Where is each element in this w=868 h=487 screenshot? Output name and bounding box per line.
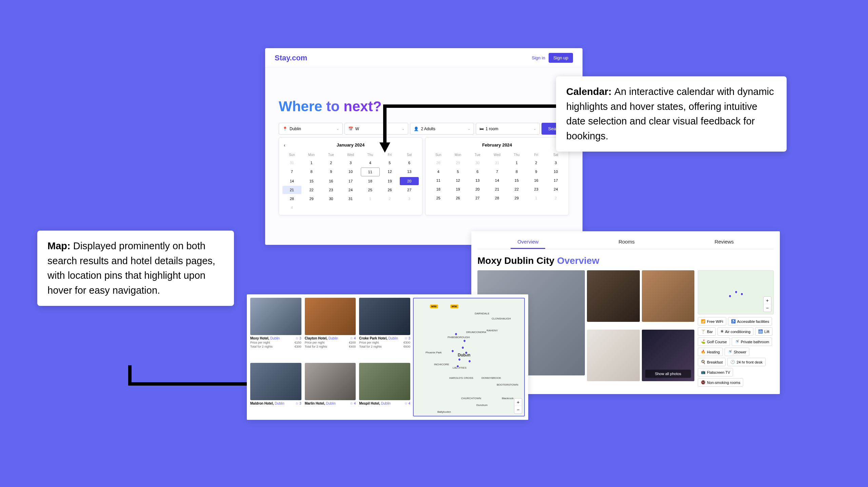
map-pin[interactable] — [457, 357, 462, 362]
show-all-photos-button[interactable]: Show all photos — [645, 370, 691, 378]
calendar-day[interactable]: 16 — [527, 176, 546, 184]
calendar-day[interactable]: 2 — [527, 159, 546, 167]
tab-reviews[interactable]: Reviews — [708, 235, 741, 249]
map-pin[interactable] — [460, 345, 465, 350]
calendar-day[interactable]: 14 — [282, 177, 301, 185]
calendar-day[interactable]: 26 — [380, 186, 399, 194]
calendar-day[interactable]: 18 — [429, 185, 448, 193]
mini-map[interactable]: + − — [698, 270, 774, 314]
hotel-card[interactable]: Moxy Hotel, Dublin☆ 3Price per night€150… — [250, 298, 301, 359]
zoom-out-button[interactable]: − — [764, 304, 771, 312]
calendar-day[interactable]: 21 — [282, 186, 301, 194]
calendar-day[interactable]: 27 — [400, 186, 419, 194]
calendar-day[interactable]: 3 — [546, 159, 565, 167]
calendar-day[interactable]: 23 — [321, 186, 340, 194]
calendar-day[interactable]: 18 — [361, 177, 380, 185]
calendar-day[interactable]: 1 — [507, 159, 526, 167]
calendar-day[interactable]: 4 — [361, 159, 380, 167]
calendar-day[interactable]: 17 — [341, 177, 360, 185]
calendar-day[interactable]: 23 — [527, 185, 546, 193]
calendar-day[interactable]: 12 — [380, 168, 399, 176]
amenity-icon: 🚿 — [735, 339, 739, 344]
calendar-day[interactable]: 21 — [488, 185, 507, 193]
calendar-day[interactable]: 28 — [488, 194, 507, 202]
calendar-day[interactable]: 4 — [429, 168, 448, 176]
calendar-day[interactable]: 15 — [507, 176, 526, 184]
calendar-day[interactable]: 27 — [468, 194, 487, 202]
calendar-day[interactable]: 1 — [302, 159, 321, 167]
guests-field[interactable]: 👤 2 Adults ⌄ — [410, 123, 474, 135]
results-map[interactable]: M50 M50 Dublin DARNDALECLONSHAUGHRAHENYP… — [413, 298, 525, 416]
calendar-day[interactable]: 10 — [546, 168, 565, 176]
calendar-day[interactable]: 7 — [282, 168, 301, 176]
calendar-dow: Wed — [488, 152, 507, 158]
calendar-day[interactable]: 29 — [507, 194, 526, 202]
destination-field[interactable]: 📍 Dublin ⌄ — [279, 123, 343, 135]
calendar-day[interactable]: 19 — [449, 185, 468, 193]
calendar-day[interactable]: 5 — [449, 168, 468, 176]
amenity-icon: 🕐 — [730, 360, 735, 364]
tab-rooms[interactable]: Rooms — [612, 235, 642, 249]
calendar-day[interactable]: 5 — [380, 159, 399, 167]
photo-thumb[interactable]: Show all photos — [642, 330, 695, 381]
calendar-day[interactable]: 16 — [321, 177, 340, 185]
calendar-day[interactable]: 24 — [341, 186, 360, 194]
tab-overview[interactable]: Overview — [511, 235, 546, 249]
signin-link[interactable]: Sign in — [532, 55, 545, 60]
dates-field[interactable]: 📅 W ⌄ — [344, 123, 409, 135]
calendar-day[interactable]: 9 — [527, 168, 546, 176]
calendar-day[interactable]: 24 — [546, 185, 565, 193]
calendar-day[interactable]: 28 — [282, 195, 301, 203]
calendar-day[interactable]: 25 — [429, 194, 448, 202]
calendar-day[interactable]: 13 — [400, 168, 419, 176]
calendar-day[interactable]: 22 — [302, 186, 321, 194]
calendar-day[interactable]: 6 — [468, 168, 487, 176]
calendar-day[interactable]: 7 — [488, 168, 507, 176]
amenity-icon: ⛳ — [701, 339, 706, 344]
calendar-day[interactable]: 17 — [546, 176, 565, 184]
hotel-card[interactable]: Marlin Hotel, Dublin☆ 4 — [305, 363, 356, 416]
calendar-day[interactable]: 13 — [468, 176, 487, 184]
prev-month-button[interactable]: ‹ — [284, 142, 285, 148]
calendar-day[interactable]: 15 — [302, 177, 321, 185]
zoom-in-button[interactable]: + — [764, 297, 771, 304]
hotel-card[interactable]: Mespil Hotel, Dublin☆ 4 — [359, 363, 410, 416]
calendar-day[interactable]: 9 — [321, 168, 340, 176]
calendar-day[interactable]: 30 — [321, 195, 340, 203]
calendar-day[interactable]: 14 — [488, 176, 507, 184]
map-pin[interactable] — [467, 359, 472, 364]
calendar-day[interactable]: 6 — [400, 159, 419, 167]
calendar-day[interactable]: 20 — [468, 185, 487, 193]
calendar-day[interactable]: 2 — [321, 159, 340, 167]
signup-button[interactable]: Sign up — [549, 53, 573, 63]
rooms-field[interactable]: 🛏 1 room ⌄ — [476, 123, 540, 135]
calendar-day[interactable]: 12 — [449, 176, 468, 184]
photo-thumb[interactable] — [642, 270, 695, 322]
calendar-day[interactable]: 25 — [361, 186, 380, 194]
hotel-image — [250, 363, 301, 400]
calendar-day: 1 — [527, 194, 546, 202]
calendar-day[interactable]: 3 — [341, 159, 360, 167]
hotel-card[interactable]: Croke Park Hotel, Dublin☆ 3Price per nig… — [359, 298, 410, 359]
calendar-day[interactable]: 26 — [449, 194, 468, 202]
calendar-day: 29 — [449, 159, 468, 167]
calendar-day[interactable]: 8 — [507, 168, 526, 176]
hotel-rating: ☆ 3 — [295, 336, 301, 340]
calendar-day[interactable]: 19 — [380, 177, 399, 185]
hotel-card[interactable]: Maldron Hotel, Dublin☆ 3 — [250, 363, 301, 416]
map-pin[interactable] — [462, 338, 467, 343]
calendar-day[interactable]: 20 — [400, 177, 419, 185]
hotel-card[interactable]: Clayton Hotel, Dublin☆ 4Price per night€… — [305, 298, 356, 359]
photo-thumb[interactable] — [587, 330, 640, 381]
photo-thumb[interactable] — [587, 270, 640, 322]
calendar-day[interactable]: 11 — [429, 176, 448, 184]
calendar-day[interactable]: 22 — [507, 185, 526, 193]
map-pin[interactable] — [450, 349, 455, 353]
calendar-day[interactable]: 8 — [302, 168, 321, 176]
calendar-day[interactable]: 11 — [361, 168, 380, 176]
zoom-in-button[interactable]: + — [514, 398, 522, 406]
calendar-day[interactable]: 31 — [341, 195, 360, 203]
calendar-day[interactable]: 10 — [341, 168, 360, 176]
zoom-out-button[interactable]: − — [514, 406, 522, 413]
calendar-day[interactable]: 29 — [302, 195, 321, 203]
